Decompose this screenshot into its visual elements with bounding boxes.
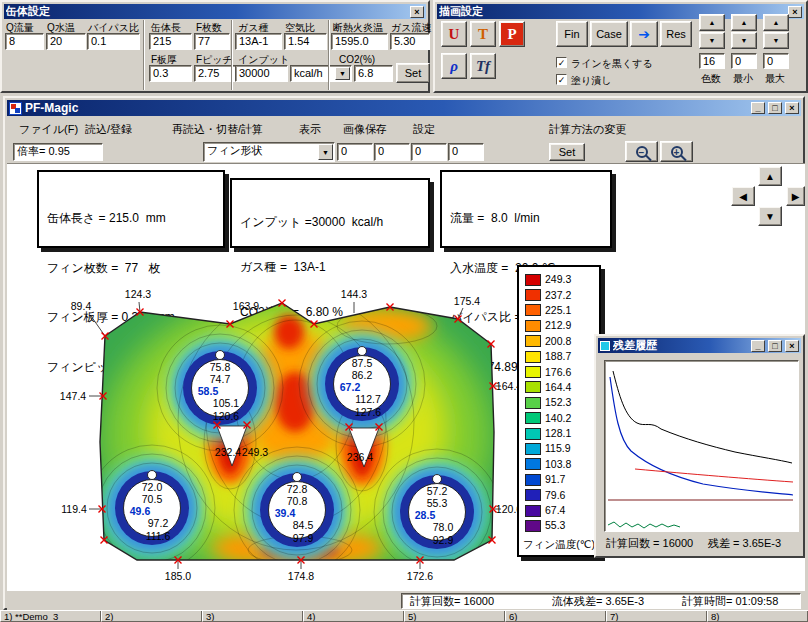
max-up-icon[interactable]: ▲ bbox=[763, 14, 789, 31]
menu-settings[interactable]: 設定 bbox=[409, 118, 439, 140]
close-icon[interactable]: × bbox=[788, 6, 802, 18]
gasvel-field[interactable]: 5.30 bbox=[390, 33, 430, 50]
status-time: 計算時間= 01:09:58 bbox=[682, 595, 778, 608]
tube-3: 72.0 70.5 49.6 97.2 111.6 bbox=[115, 471, 189, 546]
colors-down-icon[interactable]: ▼ bbox=[699, 32, 725, 49]
minimize-icon[interactable]: _ bbox=[751, 102, 765, 114]
fcount-field[interactable]: 77 bbox=[194, 33, 230, 50]
close-icon[interactable]: × bbox=[785, 102, 799, 114]
legend-swatch bbox=[525, 443, 541, 455]
menu-file[interactable]: ファイル(F) bbox=[15, 118, 82, 140]
can-settings-titlebar[interactable]: 缶体設定 × bbox=[4, 4, 426, 19]
legend-tick: 140.2 bbox=[545, 413, 571, 424]
menu-load[interactable]: 読込/登録 bbox=[81, 118, 136, 140]
fthick-field[interactable]: 0.3 bbox=[149, 65, 192, 82]
min-up-icon[interactable]: ▲ bbox=[731, 14, 757, 31]
edge-temp-label: 124.3 bbox=[125, 288, 151, 300]
param-field-4[interactable]: 0 bbox=[448, 143, 484, 161]
max-field[interactable]: 0 bbox=[763, 53, 789, 69]
maximize-icon[interactable]: □ bbox=[768, 340, 782, 352]
pan-left-button[interactable]: ◀ bbox=[731, 186, 755, 206]
res-button[interactable]: Res bbox=[660, 21, 692, 47]
legend-row: 115.9 bbox=[525, 441, 595, 456]
tube-temp: 57.2 bbox=[427, 485, 448, 497]
black-lines-checkbox[interactable]: ✓ bbox=[556, 57, 567, 68]
temperature-button[interactable]: T bbox=[470, 21, 496, 47]
fin-temp-button[interactable]: Tf bbox=[470, 53, 496, 79]
menu-view[interactable]: 表示 bbox=[295, 118, 325, 140]
pan-up-button[interactable]: ▲ bbox=[758, 166, 782, 186]
can-settings-title: 缶体設定 bbox=[6, 4, 407, 19]
legend-row: 225.1 bbox=[525, 303, 595, 318]
airratio-field[interactable]: 1.54 bbox=[284, 33, 327, 50]
menu-reload[interactable]: 再読込・切替/計算 bbox=[168, 118, 267, 140]
param-field-2[interactable]: 0 bbox=[374, 143, 410, 161]
menu-save-image[interactable]: 画像保存 bbox=[339, 118, 391, 140]
qtemp-field[interactable]: 20 bbox=[46, 33, 86, 50]
toolbar-set-button[interactable]: Set bbox=[549, 143, 585, 161]
check-icon: ✓ bbox=[558, 58, 566, 68]
density-button[interactable]: ρ bbox=[441, 53, 467, 79]
chevron-down-icon[interactable]: ▼ bbox=[335, 67, 350, 80]
legend-row: 188.7 bbox=[525, 349, 595, 364]
fpitch-label: Fピッチ bbox=[196, 54, 233, 65]
velocity-button[interactable]: U bbox=[441, 21, 467, 47]
input-field[interactable]: 30000 bbox=[235, 65, 288, 82]
residual-titlebar[interactable]: 残差履歴 _ □ × bbox=[598, 338, 801, 353]
fin-info-box: 缶体長さ = 215.0 mm フィン枚数 = 77 枚 フィン板厚 = 0.3… bbox=[37, 170, 225, 248]
minimize-icon[interactable]: _ bbox=[751, 340, 765, 352]
min-down-icon[interactable]: ▼ bbox=[731, 32, 757, 49]
tube-water-temp: 49.6 bbox=[130, 505, 151, 517]
menu-calc-method[interactable]: 計算方法の変更 bbox=[545, 118, 630, 140]
workspace-slot-7[interactable]: 7) bbox=[606, 611, 707, 622]
param-field-1[interactable]: 0 bbox=[337, 143, 373, 161]
workspace-slot-4[interactable]: 4) bbox=[303, 611, 404, 622]
flametemp-field[interactable]: 1595.0 bbox=[331, 33, 388, 50]
tube-water-temp: 58.5 bbox=[198, 385, 219, 397]
colors-up-icon[interactable]: ▲ bbox=[699, 14, 725, 31]
max-down-icon[interactable]: ▼ bbox=[763, 32, 789, 49]
workspace-slot-8[interactable]: 8) bbox=[707, 611, 808, 622]
pan-down-button[interactable]: ▼ bbox=[758, 206, 782, 226]
length-field[interactable]: 215 bbox=[149, 33, 192, 50]
close-icon[interactable]: × bbox=[785, 340, 799, 352]
workspace-slot-5[interactable]: 5) bbox=[404, 611, 505, 622]
tube-temp: 74.7 bbox=[210, 373, 231, 385]
fill-checkbox[interactable]: ✓ bbox=[556, 74, 567, 85]
unit-select[interactable]: kcal/h ▼ bbox=[290, 65, 352, 82]
main-titlebar[interactable]: PF-Magic _ □ × bbox=[7, 100, 801, 116]
workspace-slot-3[interactable]: 3) bbox=[202, 611, 303, 622]
can-set-button[interactable]: Set bbox=[396, 63, 430, 83]
close-icon[interactable]: × bbox=[410, 6, 424, 18]
legend-tick: 249.3 bbox=[545, 274, 571, 285]
min-field[interactable]: 0 bbox=[731, 53, 757, 69]
chevron-down-icon[interactable]: ▼ bbox=[318, 144, 333, 160]
pan-right-button[interactable]: ▶ bbox=[786, 186, 805, 206]
legend-tick: 115.9 bbox=[545, 443, 571, 454]
bypass-field[interactable]: 0.1 bbox=[87, 33, 140, 50]
ratio-field[interactable]: 倍率= 0.95 bbox=[13, 143, 103, 161]
zoom-in-button[interactable]: + bbox=[660, 141, 693, 162]
maximize-icon[interactable]: □ bbox=[768, 102, 782, 114]
gastype-label: ガス種 bbox=[238, 22, 268, 33]
zoom-out-button[interactable]: − bbox=[625, 141, 658, 162]
temperature-legend: 249.3 237.2 225.1 212.9 200.8 188.7 176.… bbox=[517, 265, 601, 557]
workspace-slot-6[interactable]: 6) bbox=[505, 611, 606, 622]
shape-select[interactable]: フィン形状 ▼ bbox=[203, 142, 335, 162]
toolbar: 倍率= 0.95 フィン形状 ▼ 0 0 0 0 Set − + bbox=[7, 140, 805, 164]
param-field-3[interactable]: 0 bbox=[411, 143, 447, 161]
app-icon bbox=[9, 102, 22, 115]
case-button[interactable]: Case bbox=[590, 21, 628, 47]
qflow-field[interactable]: 8 bbox=[5, 33, 44, 50]
colors-field[interactable]: 16 bbox=[699, 53, 725, 69]
pressure-button[interactable]: P bbox=[499, 21, 525, 47]
workspace-slot-2[interactable]: 2) bbox=[101, 611, 202, 622]
menubar: ファイル(F) 読込/登録 再読込・切替/計算 表示 画像保存 設定 計算方法の… bbox=[7, 118, 805, 140]
workspace-slot-1[interactable]: 1) **Demo_3 bbox=[0, 611, 101, 622]
co2-field[interactable]: 6.8 bbox=[354, 65, 393, 82]
run-arrow-button[interactable]: ➔ bbox=[630, 21, 658, 47]
gastype-field[interactable]: 13A-1 bbox=[235, 33, 282, 50]
fin-button[interactable]: Fin bbox=[556, 21, 588, 47]
legend-swatch bbox=[525, 320, 541, 332]
residual-count: 計算回数 = 16000 bbox=[606, 538, 693, 549]
